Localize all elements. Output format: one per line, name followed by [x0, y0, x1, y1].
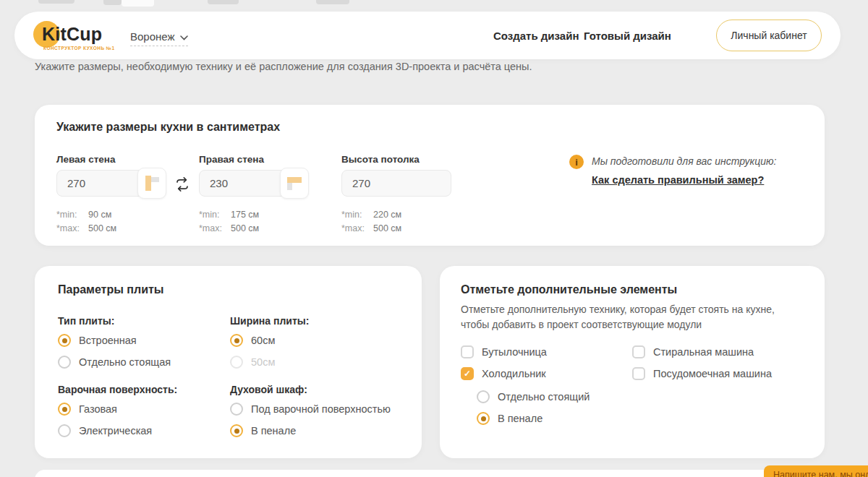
- checkbox-fridge[interactable]: Холодильник: [461, 367, 546, 380]
- swap-icon: [174, 176, 191, 193]
- measurement-guide-link[interactable]: Как сделать правильный замер?: [592, 174, 764, 186]
- next-card-top-edge: [35, 470, 825, 477]
- checkbox-icon: [632, 367, 645, 380]
- radio-icon: [230, 334, 243, 347]
- left-wall-shape-button[interactable]: [137, 168, 166, 199]
- right-wall-label: Правая стена: [199, 154, 264, 165]
- radio-oven-in-column[interactable]: В пенале: [230, 424, 296, 437]
- account-button[interactable]: Личный кабинет: [716, 20, 822, 51]
- radio-icon: [58, 424, 71, 437]
- header: KitCup КОНСТРУКТОР КУХОНЬ №1 Воронеж Соз…: [14, 12, 841, 59]
- stove-card-title: Параметры плиты: [58, 283, 163, 296]
- radio-icon: [230, 403, 243, 416]
- nav-create-design[interactable]: Создать дизайн: [493, 30, 579, 42]
- top-cutoff-fragment: [122, 0, 154, 7]
- oven-label: Духовой шкаф:: [230, 384, 307, 395]
- extras-card-title: Отметьте дополнительные элементы: [461, 283, 677, 296]
- nav-ready-design[interactable]: Готовый дизайн: [584, 30, 671, 42]
- radio-fridge-freestanding[interactable]: Отдельно стоящий: [477, 390, 590, 403]
- kitcup-logo[interactable]: KitCup КОНСТРУКТОР КУХОНЬ №1: [33, 20, 127, 52]
- ceiling-height-label: Высота потолка: [341, 154, 420, 165]
- radio-fridge-in-column[interactable]: В пенале: [477, 412, 542, 425]
- checkbox-icon: [632, 345, 645, 358]
- info-icon: i: [569, 155, 584, 169]
- right-wall-limits: *min:175 см *max:500 см: [199, 208, 259, 236]
- extras-card: Отметьте дополнительные элементы Отметьт…: [440, 266, 825, 458]
- top-cutoff-fragment: [103, 0, 122, 5]
- logo-text: KitCup: [42, 24, 102, 45]
- left-wall-label: Левая стена: [56, 154, 116, 165]
- page-intro: Укажите размеры, необходимую технику и е…: [35, 61, 532, 72]
- checkbox-bottle-rack[interactable]: Бутылочница: [461, 345, 547, 358]
- top-cutoff-fragment: [208, 0, 239, 4]
- right-wall-shape-button[interactable]: [280, 168, 309, 199]
- radio-built-in[interactable]: Встроенная: [58, 334, 137, 347]
- checkbox-checked-icon: [461, 367, 474, 380]
- right-wall-icon: [286, 175, 303, 192]
- left-wall-icon: [143, 175, 161, 192]
- dimensions-card-title: Укажите размеры кухни в сантиметрах: [56, 121, 280, 134]
- swap-walls-button[interactable]: [174, 176, 191, 193]
- stove-type-label: Тип плиты:: [58, 315, 114, 327]
- stove-card: Параметры плиты Тип плиты: Встроенная От…: [35, 266, 422, 458]
- hob-label: Варочная поверхность:: [58, 384, 177, 395]
- radio-icon: [477, 412, 490, 425]
- radio-gas[interactable]: Газовая: [58, 403, 117, 416]
- radio-icon: [230, 356, 243, 369]
- top-cutoff-fragment: [316, 0, 349, 4]
- extras-description: Отметьте дополнительную технику, которая…: [461, 302, 799, 332]
- radio-icon: [58, 334, 71, 347]
- radio-icon: [477, 390, 490, 403]
- radio-under-hob[interactable]: Под варочной поверхностью: [230, 403, 391, 416]
- left-wall-limits: *min:90 см *max:500 см: [56, 208, 116, 236]
- checkbox-washing-machine[interactable]: Стиральная машина: [632, 345, 754, 358]
- top-cutoff-fragment: [38, 0, 75, 4]
- checkbox-dishwasher[interactable]: Посудомоечная машина: [632, 367, 772, 380]
- radio-icon: [58, 356, 71, 369]
- checkbox-icon: [461, 345, 474, 358]
- dimensions-card: Укажите размеры кухни в сантиметрах Лева…: [35, 105, 825, 246]
- chat-button[interactable]: Напишите нам, мы онлайн: [764, 465, 868, 477]
- radio-freestanding[interactable]: Отдельно стоящая: [58, 356, 171, 369]
- radio-50cm: 50см: [230, 356, 275, 369]
- ceiling-height-limits: *min:220 см *max:500 см: [341, 208, 401, 236]
- stove-width-label: Ширина плиты:: [230, 315, 309, 327]
- radio-icon: [58, 403, 71, 416]
- radio-60cm[interactable]: 60см: [230, 334, 275, 347]
- ceiling-height-input[interactable]: [341, 170, 451, 197]
- chevron-down-icon: [180, 30, 188, 43]
- logo-subtext: КОНСТРУКТОР КУХОНЬ №1: [43, 46, 115, 51]
- city-selector[interactable]: Воронеж: [130, 30, 188, 46]
- city-label: Воронеж: [130, 30, 175, 43]
- radio-icon: [230, 424, 243, 437]
- info-text: Мы подготовили для вас инструкцию:: [592, 155, 776, 167]
- radio-electric[interactable]: Электрическая: [58, 424, 152, 437]
